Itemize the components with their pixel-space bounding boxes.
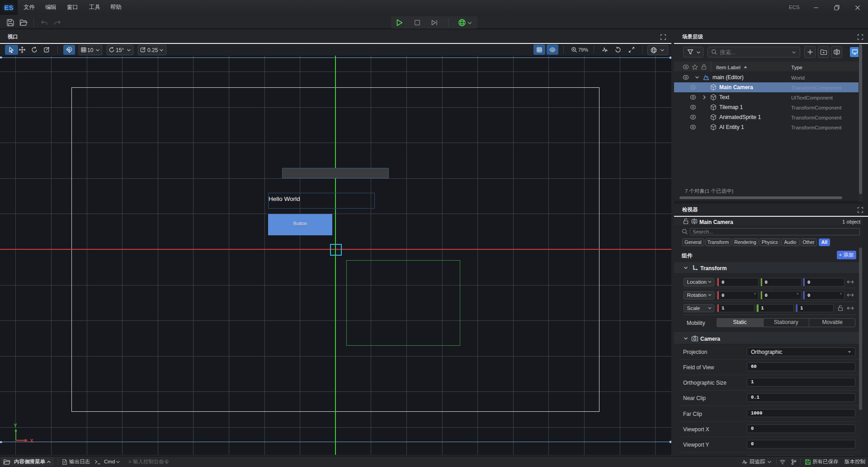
svg-text:X: X	[30, 438, 33, 443]
svg-text:Y: Y	[14, 423, 17, 428]
